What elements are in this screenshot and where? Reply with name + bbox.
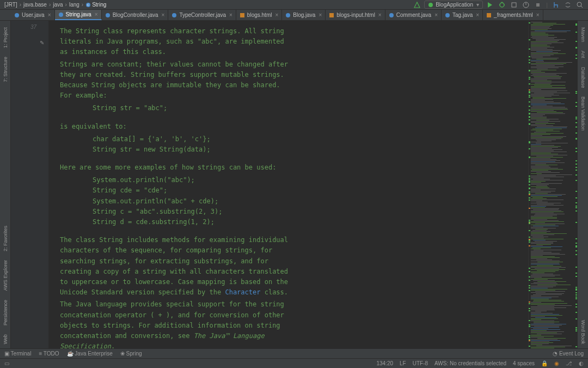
close-icon[interactable]: ×	[434, 12, 438, 18]
close-icon[interactable]: ×	[229, 12, 232, 18]
breadcrumb-sep: ›	[82, 2, 83, 8]
class-icon	[58, 12, 64, 17]
svg-text:C: C	[87, 3, 90, 7]
close-icon[interactable]: ×	[95, 11, 98, 17]
breadcrumb-item[interactable]: lang	[69, 2, 79, 8]
memory-indicator[interactable]: ◐	[579, 360, 584, 366]
tab-blogs-html[interactable]: blogs.html×	[236, 10, 282, 20]
tool-spring[interactable]: ❀ Spring	[120, 351, 142, 357]
tool-web[interactable]: Web	[3, 334, 8, 344]
run-coverage-icon[interactable]	[510, 1, 518, 9]
close-icon[interactable]: ×	[275, 12, 278, 18]
main-area: 1: Project 7: Structure 2: Favorites AWS…	[0, 21, 588, 348]
link-character[interactable]: Character	[225, 288, 260, 296]
html-icon	[486, 13, 492, 18]
close-icon[interactable]: ×	[48, 12, 51, 18]
left-tool-strip: 1: Project 7: Structure 2: Favorites AWS…	[0, 21, 11, 348]
tool-project[interactable]: 1: Project	[3, 27, 8, 48]
svg-point-14	[106, 13, 110, 17]
tool-persistence[interactable]: Persistence	[3, 300, 8, 325]
svg-point-17	[286, 13, 290, 17]
svg-rect-9	[536, 3, 540, 7]
tab-blogcontroller-java[interactable]: BlogController.java×	[102, 10, 169, 20]
svg-point-3	[500, 3, 504, 7]
class-icon	[171, 13, 177, 18]
close-icon[interactable]: ×	[162, 12, 165, 18]
sync-icon[interactable]	[564, 1, 572, 9]
class-icon	[285, 13, 291, 18]
tool-todo[interactable]: ≡ TODO	[39, 351, 59, 357]
svg-point-20	[445, 13, 450, 17]
editor-pane[interactable]: The String class represents character st…	[49, 21, 299, 348]
git-icon[interactable]: ⎇	[566, 360, 572, 366]
breadcrumb-bar: [JRT] › java.base › java › lang › C Stri…	[0, 0, 588, 10]
svg-rect-16	[240, 13, 244, 17]
tool-ant[interactable]: Ant	[580, 51, 586, 58]
encoding[interactable]: UTF-8	[413, 360, 428, 366]
tab-string-java[interactable]: String.java×	[55, 10, 102, 20]
close-icon[interactable]: ×	[318, 12, 322, 18]
svg-point-13	[59, 13, 63, 17]
svg-point-12	[15, 13, 19, 17]
tab-tag-java[interactable]: Tag.java×	[442, 10, 483, 20]
svg-rect-21	[487, 13, 491, 17]
breadcrumb-item[interactable]: [JRT]	[4, 2, 17, 8]
right-tool-strip: Maven Ant Database Bean Validation Word …	[577, 21, 588, 348]
tool-java-ee[interactable]: ☕ Java Enterprise	[67, 351, 113, 357]
cursor-pos[interactable]: 134:20	[376, 360, 393, 366]
class-icon	[105, 13, 111, 18]
html-icon	[329, 13, 334, 18]
tab-blogs-input-html[interactable]: blogs-input.html×	[326, 10, 385, 20]
close-icon[interactable]: ×	[378, 12, 382, 18]
bottom-tool-bar: ▣ Terminal ≡ TODO ☕ Java Enterprise ❀ Sp…	[0, 348, 588, 358]
aws-status[interactable]: AWS: No credentials selected	[434, 360, 506, 366]
line-separator[interactable]: LF	[400, 360, 406, 366]
tool-structure[interactable]: 7: Structure	[3, 57, 8, 82]
line-number: 37	[30, 24, 36, 30]
class-icon	[14, 13, 20, 18]
readonly-icon[interactable]: 🔒	[541, 360, 548, 366]
svg-point-10	[577, 2, 581, 7]
close-icon[interactable]: ×	[536, 12, 540, 18]
html-icon	[240, 13, 245, 18]
tab-fragments-html[interactable]: _fragments.html×	[483, 10, 543, 20]
breadcrumb-item[interactable]: java	[53, 2, 63, 8]
editor-gutter: 37 ✎	[11, 21, 49, 348]
breadcrumb-item[interactable]: String	[92, 2, 106, 8]
indent-setting[interactable]: 4 spaces	[513, 360, 535, 366]
class-icon	[445, 13, 450, 18]
run-icon[interactable]	[486, 1, 494, 9]
tool-word-book[interactable]: Word Book	[580, 320, 586, 344]
tool-terminal[interactable]: ▣ Terminal	[4, 351, 31, 357]
close-icon[interactable]: ×	[476, 12, 479, 18]
vcs-icon[interactable]	[552, 1, 560, 9]
breadcrumb-sep: ›	[49, 2, 51, 8]
tab-comment-java[interactable]: Comment.java×	[385, 10, 442, 20]
breadcrumb-sep: ›	[65, 2, 67, 8]
tool-database[interactable]: Database	[580, 67, 586, 88]
tool-aws-explorer[interactable]: AWS Explorer	[3, 260, 8, 291]
chevron-down-icon: ▾	[476, 2, 479, 8]
run-config-dropdown[interactable]: BlogApplication ▾	[424, 1, 483, 9]
svg-point-2	[428, 3, 433, 7]
tool-bean-validation[interactable]: Bean Validation	[580, 96, 586, 130]
status-corner-icon[interactable]: ▭	[4, 360, 9, 366]
stop-icon[interactable]	[534, 1, 542, 9]
class-icon	[389, 13, 394, 18]
tool-favorites[interactable]: 2: Favorites	[3, 226, 8, 251]
tool-maven[interactable]: Maven	[580, 27, 586, 42]
tab-user-java[interactable]: User.java×	[11, 10, 55, 20]
svg-point-19	[389, 13, 394, 17]
event-log[interactable]: ◔ Event Log	[553, 351, 584, 357]
search-icon[interactable]	[576, 1, 584, 9]
build-icon[interactable]	[413, 1, 421, 9]
minimap[interactable]	[528, 21, 577, 348]
tab-typecontroller-java[interactable]: TypeController.java×	[168, 10, 236, 20]
tab-blog-java[interactable]: Blog.java×	[282, 10, 326, 20]
breadcrumb-item[interactable]: java.base	[23, 2, 47, 8]
debug-icon[interactable]	[498, 1, 506, 9]
edit-icon[interactable]: ✎	[40, 40, 44, 46]
profile-icon[interactable]	[522, 1, 530, 9]
inspection-icon[interactable]: ◉	[554, 360, 559, 366]
svg-rect-7	[512, 3, 516, 7]
